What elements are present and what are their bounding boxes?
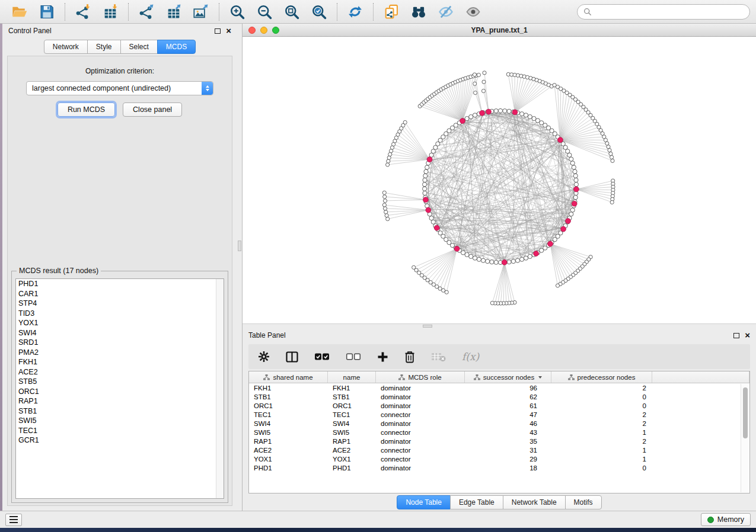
refresh-button[interactable] — [342, 0, 369, 23]
vertical-splitter-handle[interactable] — [238, 241, 241, 251]
cell-name[interactable]: ACE2 — [328, 447, 376, 454]
table-row[interactable]: ACE2 ACE2 connector 31 1 — [249, 446, 749, 454]
mcds-hub-node[interactable] — [534, 251, 539, 257]
open-file-button[interactable] — [6, 0, 33, 23]
cell-mcds-role[interactable]: connector — [376, 429, 465, 436]
cell-name[interactable]: FKH1 — [328, 384, 376, 392]
mcds-result-item[interactable]: PMA2 — [16, 348, 224, 358]
table-row[interactable]: TEC1 TEC1 connector 47 2 — [249, 410, 749, 419]
cell-mcds-role[interactable]: connector — [376, 411, 465, 418]
mcds-hub-node[interactable] — [423, 197, 429, 203]
cell-shared-name[interactable]: ORC1 — [249, 402, 328, 409]
cell-predecessor-nodes[interactable]: 2 — [551, 411, 652, 418]
network-canvas[interactable] — [243, 37, 756, 323]
memory-button[interactable]: Memory — [701, 513, 751, 526]
mcds-result-list[interactable]: PHD1CAR1STP4TID3YOX1SWI4SRD1PMA2FKH1ACE2… — [15, 278, 224, 499]
cell-shared-name[interactable]: RAP1 — [249, 438, 328, 445]
float-panel-icon[interactable] — [215, 28, 221, 34]
cell-mcds-role[interactable]: dominator — [376, 464, 465, 472]
show-button[interactable] — [460, 0, 487, 23]
mcds-hub-node[interactable] — [558, 137, 563, 143]
export-image-button[interactable] — [187, 0, 215, 23]
window-maximize-icon[interactable] — [272, 27, 279, 34]
mcds-result-item[interactable]: PHD1 — [16, 279, 224, 289]
mcds-result-item[interactable]: TEC1 — [16, 426, 224, 436]
cell-mcds-role[interactable]: connector — [376, 456, 465, 463]
horizontal-splitter[interactable] — [243, 323, 756, 328]
cell-successor-nodes[interactable]: 96 — [465, 384, 551, 392]
cell-predecessor-nodes[interactable]: 2 — [551, 438, 652, 445]
cell-name[interactable]: TEC1 — [328, 411, 376, 418]
table-tab-network-table[interactable]: Network Table — [503, 495, 566, 509]
table-tab-motifs[interactable]: Motifs — [565, 495, 602, 509]
mcds-result-item[interactable]: YOX1 — [16, 318, 224, 328]
mcds-hub-node[interactable] — [454, 246, 460, 252]
mcds-hub-node[interactable] — [566, 219, 571, 224]
table-scrollbar-thumb[interactable] — [743, 387, 748, 438]
mcds-result-item[interactable]: SWI5 — [16, 416, 224, 426]
cell-name[interactable]: RAP1 — [328, 438, 376, 445]
export-table-button[interactable] — [160, 0, 187, 23]
criterion-select[interactable]: largest connected component (undirected) — [26, 81, 213, 95]
tab-network[interactable]: Network — [44, 40, 88, 54]
table-row[interactable]: ORC1 ORC1 dominator 61 0 — [249, 401, 749, 410]
cell-mcds-role[interactable]: dominator — [376, 402, 465, 409]
column-header-successor-nodes[interactable]: successor nodes — [465, 371, 551, 383]
mcds-result-item[interactable]: SWI4 — [16, 328, 224, 338]
cell-successor-nodes[interactable]: 43 — [465, 429, 551, 436]
cell-predecessor-nodes[interactable]: 1 — [551, 447, 652, 454]
delete-button[interactable] — [404, 351, 415, 363]
table-row[interactable]: SWI5 SWI5 connector 43 1 — [249, 428, 749, 437]
mcds-result-item[interactable]: STP4 — [16, 299, 224, 309]
mcds-hub-node[interactable] — [574, 187, 579, 192]
table-tab-edge-table[interactable]: Edge Table — [450, 495, 503, 509]
cell-predecessor-nodes[interactable]: 2 — [551, 420, 652, 427]
close-panel-button[interactable]: Close panel — [123, 102, 182, 117]
cell-name[interactable]: PHD1 — [328, 464, 376, 472]
cell-shared-name[interactable]: STB1 — [249, 393, 328, 400]
table-row[interactable]: PHD1 PHD1 dominator 18 0 — [249, 463, 749, 472]
mcds-result-item[interactable]: STB5 — [16, 377, 224, 387]
search-input[interactable] — [595, 8, 744, 16]
hide-button[interactable] — [432, 0, 460, 23]
add-button[interactable] — [377, 351, 388, 363]
cell-successor-nodes[interactable]: 46 — [465, 420, 551, 427]
split-panel-button[interactable] — [286, 351, 298, 363]
table-scrollbar[interactable] — [741, 384, 749, 492]
table-row[interactable]: RAP1 RAP1 dominator 35 2 — [249, 437, 749, 446]
close-table-panel-icon[interactable]: × — [745, 332, 750, 338]
network-graph[interactable] — [243, 37, 756, 323]
cell-successor-nodes[interactable]: 18 — [465, 464, 551, 472]
cell-successor-nodes[interactable]: 62 — [465, 393, 551, 400]
zoom-selected-button[interactable] — [305, 0, 333, 23]
cell-predecessor-nodes[interactable]: 1 — [551, 429, 652, 436]
cell-name[interactable]: SWI5 — [328, 429, 376, 436]
tab-style[interactable]: Style — [87, 40, 121, 54]
cell-shared-name[interactable]: ACE2 — [249, 447, 328, 454]
cell-name[interactable]: STB1 — [328, 393, 376, 400]
mcds-result-item[interactable]: ACE2 — [16, 367, 224, 377]
float-table-panel-icon[interactable] — [733, 333, 739, 338]
close-panel-icon[interactable]: × — [226, 28, 231, 34]
search-box[interactable] — [577, 4, 750, 20]
horizontal-splitter-handle[interactable] — [423, 325, 432, 328]
table-row[interactable]: STB1 STB1 dominator 62 0 — [249, 392, 749, 401]
mcds-hub-node[interactable] — [427, 157, 432, 162]
mcds-list-scrollbar[interactable] — [216, 279, 224, 498]
zoom-out-button[interactable] — [251, 0, 278, 23]
cell-shared-name[interactable]: YOX1 — [249, 456, 328, 463]
window-close-icon[interactable] — [248, 27, 256, 34]
cell-predecessor-nodes[interactable]: 0 — [551, 402, 652, 409]
tab-mcds[interactable]: MCDS — [157, 40, 196, 54]
mcds-hub-node[interactable] — [460, 118, 465, 124]
cell-shared-name[interactable]: PHD1 — [249, 464, 328, 472]
mcds-hub-node[interactable] — [502, 259, 507, 265]
cell-predecessor-nodes[interactable]: 2 — [551, 384, 652, 392]
cell-name[interactable]: ORC1 — [328, 402, 376, 409]
mcds-hub-node[interactable] — [434, 225, 439, 230]
status-menu-button[interactable] — [5, 514, 22, 526]
column-header-mcds-role[interactable]: MCDS role — [376, 371, 465, 383]
mcds-hub-node[interactable] — [548, 241, 553, 246]
mcds-result-item[interactable]: ORC1 — [16, 387, 224, 397]
zoom-fit-button[interactable] — [278, 0, 305, 23]
